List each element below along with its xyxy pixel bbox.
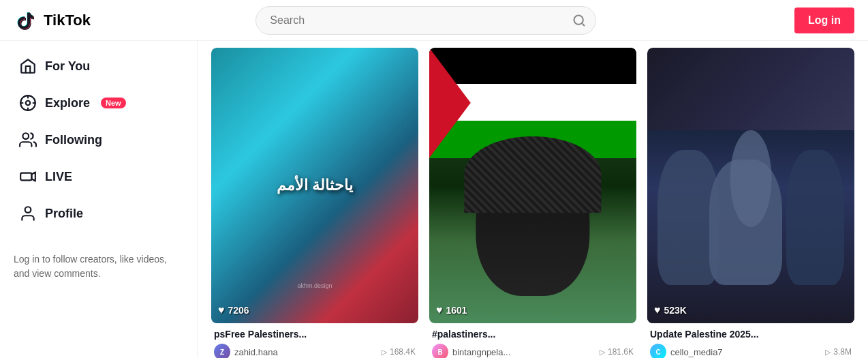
home-icon xyxy=(19,57,37,75)
svg-line-2 xyxy=(582,23,585,25)
creator-name-1: zahid.hana xyxy=(234,347,278,357)
login-button[interactable]: Log in xyxy=(794,8,854,33)
svg-point-9 xyxy=(22,133,29,139)
profile-icon xyxy=(19,205,37,222)
video-info-1: psFree Palestiners... Z zahid.hana ▷ 168… xyxy=(211,323,418,358)
video-thumb-3: ♥ 523K xyxy=(647,48,854,323)
play-icon-3: ▷ xyxy=(825,348,831,357)
svg-marker-11 xyxy=(31,173,35,181)
creator-info-3: C cello_media7 xyxy=(650,344,723,358)
thumb-bg-3 xyxy=(647,48,854,323)
play-icon-2: ▷ xyxy=(600,348,605,357)
creator-name-2: bintangnpela... xyxy=(452,347,510,357)
explore-icon xyxy=(19,94,37,112)
creator-info-1: Z zahid.hana xyxy=(214,344,278,358)
search-container xyxy=(255,6,596,35)
creator-info-2: B bintangnpela... xyxy=(432,344,510,358)
thumb-bg-2 xyxy=(429,48,636,323)
svg-rect-10 xyxy=(20,173,31,181)
video-card-3[interactable]: ♥ 523K Update Palestine 2025... C cello_… xyxy=(647,48,854,358)
video-meta-3: C cello_media7 ▷ 3.8M xyxy=(650,344,852,358)
sidebar-footer: Log in to follow creators, like videos, … xyxy=(0,239,197,295)
video-meta-2: B bintangnpela... ▷ 181.6K xyxy=(432,344,634,358)
svg-point-4 xyxy=(26,101,31,106)
sidebar-label-following: Following xyxy=(45,133,102,147)
like-count-1: 7206 xyxy=(228,305,249,316)
video-title-3: Update Palestine 2025... xyxy=(650,329,852,340)
sidebar: For You Explore New xyxy=(0,41,198,358)
video-thumb-2: ♥ 1601 xyxy=(429,48,636,323)
video-title-2: #palastiners... xyxy=(432,329,634,340)
views-1: 168.4K xyxy=(390,347,416,357)
content-area: ياحثالة الأمم akhm.design ♥ 7206 psFree … xyxy=(198,41,868,358)
tiktok-logo-icon xyxy=(14,8,38,33)
video-card-2[interactable]: ♥ 1601 #palastiners... B bintangnpela...… xyxy=(429,48,636,358)
avatar-2: B xyxy=(432,344,448,358)
sidebar-item-following[interactable]: Following xyxy=(5,123,191,157)
sidebar-item-profile[interactable]: Profile xyxy=(5,196,191,230)
play-count-3: ▷ 3.8M xyxy=(825,347,852,357)
video-meta-1: Z zahid.hana ▷ 168.4K xyxy=(214,344,416,358)
sidebar-item-explore[interactable]: Explore New xyxy=(5,86,191,120)
video-thumb-1: ياحثالة الأمم akhm.design ♥ 7206 xyxy=(211,48,418,323)
sidebar-footer-text: Log in to follow creators, like videos, … xyxy=(14,252,183,281)
search-icon xyxy=(572,14,586,27)
views-2: 181.6K xyxy=(608,347,634,357)
search-button[interactable] xyxy=(562,6,596,35)
header-right: Log in xyxy=(794,8,854,33)
like-overlay-2: ♥ 1601 xyxy=(436,304,467,316)
views-3: 3.8M xyxy=(833,347,852,357)
play-count-1: ▷ 168.4K xyxy=(382,347,416,357)
video-title-1: psFree Palestiners... xyxy=(214,329,416,340)
like-count-2: 1601 xyxy=(446,305,467,316)
svg-point-12 xyxy=(25,207,31,213)
search-input[interactable] xyxy=(255,6,596,35)
heart-icon-1: ♥ xyxy=(218,304,225,316)
logo-text: TikTok xyxy=(44,12,91,29)
video-grid: ياحثالة الأمم akhm.design ♥ 7206 psFree … xyxy=(211,48,854,358)
thumb-bg-1: ياحثالة الأمم akhm.design xyxy=(211,48,418,323)
video-info-2: #palastiners... B bintangnpela... ▷ 181.… xyxy=(429,323,636,358)
play-icon-1: ▷ xyxy=(382,348,387,357)
heart-icon-3: ♥ xyxy=(654,304,661,316)
following-icon xyxy=(19,131,37,149)
sidebar-item-live[interactable]: LIVE xyxy=(5,160,191,194)
sidebar-label-live: LIVE xyxy=(45,170,72,184)
like-overlay-1: ♥ 7206 xyxy=(218,304,249,316)
sidebar-item-for-you[interactable]: For You xyxy=(5,49,191,83)
header: TikTok Log in xyxy=(0,0,868,41)
sidebar-label-for-you: For You xyxy=(45,59,90,74)
live-icon xyxy=(19,168,37,185)
sidebar-label-profile: Profile xyxy=(45,207,83,221)
avatar-1: Z xyxy=(214,344,230,358)
play-count-2: ▷ 181.6K xyxy=(600,347,634,357)
sidebar-label-explore: Explore xyxy=(45,96,90,110)
creator-name-3: cello_media7 xyxy=(670,347,723,357)
like-count-3: 523K xyxy=(664,305,687,316)
logo-area[interactable]: TikTok xyxy=(14,8,150,33)
like-overlay-3: ♥ 523K xyxy=(654,304,687,316)
main-layout: For You Explore New xyxy=(0,41,868,358)
video-card-1[interactable]: ياحثالة الأمم akhm.design ♥ 7206 psFree … xyxy=(211,48,418,358)
explore-new-badge: New xyxy=(101,98,126,108)
video-info-3: Update Palestine 2025... C cello_media7 … xyxy=(647,323,854,358)
avatar-3: C xyxy=(650,344,666,358)
heart-icon-2: ♥ xyxy=(436,304,443,316)
